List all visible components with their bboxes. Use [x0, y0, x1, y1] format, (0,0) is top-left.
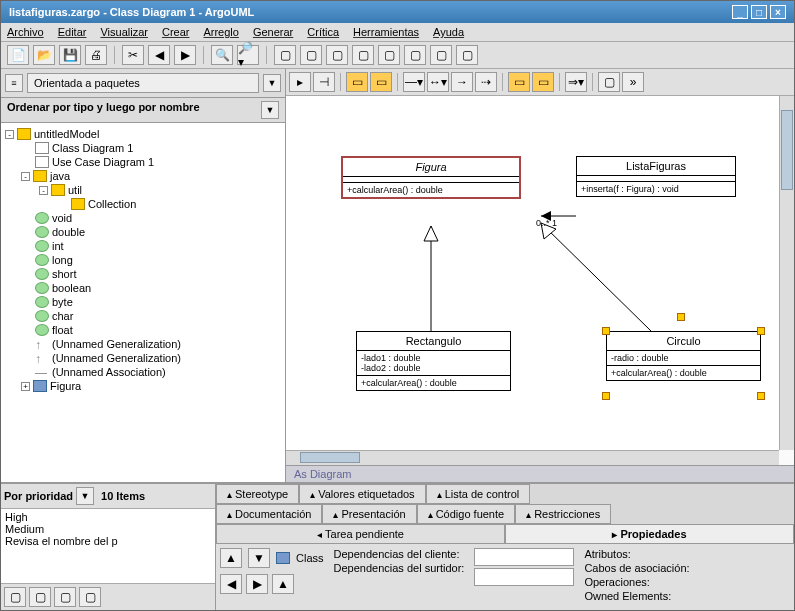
tree-item[interactable]: short: [3, 267, 283, 281]
save-button[interactable]: 💾: [59, 45, 81, 65]
props-nav-up[interactable]: ▲: [220, 548, 242, 568]
tab-properties[interactable]: ▸ Propiedades: [505, 524, 794, 544]
menu-generar[interactable]: Generar: [253, 26, 293, 38]
tab-tagged-values[interactable]: ▴ Valores etiquetados: [299, 484, 425, 504]
tree-item[interactable]: int: [3, 239, 283, 253]
todo-btn-a[interactable]: ▢: [4, 587, 26, 607]
tree-item[interactable]: long: [3, 253, 283, 267]
tree-item[interactable]: Class Diagram 1: [3, 141, 283, 155]
nav-fwd-button[interactable]: ▶: [174, 45, 196, 65]
tool-b[interactable]: ▢: [300, 45, 322, 65]
tree-toggle[interactable]: -: [5, 130, 14, 139]
tab-source[interactable]: ▴ Código fuente: [417, 504, 516, 524]
resize-handle[interactable]: [677, 313, 685, 321]
realize-tool[interactable]: ⇒▾: [565, 72, 587, 92]
perspective-dropdown[interactable]: ▼: [263, 74, 281, 92]
perspective-config-button[interactable]: ≡: [5, 74, 23, 92]
tool-g[interactable]: ▢: [430, 45, 452, 65]
sort-dropdown[interactable]: ▼: [261, 101, 279, 119]
menu-critica[interactable]: Crítica: [307, 26, 339, 38]
open-button[interactable]: 📂: [33, 45, 55, 65]
close-button[interactable]: ×: [770, 5, 786, 19]
menu-visualizar[interactable]: Visualizar: [100, 26, 148, 38]
nav-back-button[interactable]: ◀: [148, 45, 170, 65]
tree-item[interactable]: Use Case Diagram 1: [3, 155, 283, 169]
model-tree[interactable]: -untitledModel Class Diagram 1Use Case D…: [1, 123, 285, 482]
select-tool[interactable]: ▸: [289, 72, 311, 92]
tab-documentation[interactable]: ▴ Documentación: [216, 504, 322, 524]
cut-button[interactable]: ✂: [122, 45, 144, 65]
todo-item[interactable]: Medium: [5, 523, 211, 535]
tab-presentation[interactable]: ▴ Presentación: [322, 504, 416, 524]
interface-tool[interactable]: ▭: [508, 72, 530, 92]
menu-herramientas[interactable]: Herramientas: [353, 26, 419, 38]
props-go-back[interactable]: ◀: [220, 574, 242, 594]
vertical-scrollbar[interactable]: [779, 96, 794, 450]
perspective-select[interactable]: Orientada a paquetes: [27, 73, 259, 93]
todo-btn-d[interactable]: ▢: [79, 587, 101, 607]
menu-editar[interactable]: Editar: [58, 26, 87, 38]
todo-item[interactable]: High: [5, 511, 211, 523]
props-nav-down[interactable]: ▼: [248, 548, 270, 568]
maximize-button[interactable]: □: [751, 5, 767, 19]
tree-item[interactable]: void: [3, 211, 283, 225]
resize-handle[interactable]: [602, 327, 610, 335]
gen-tool[interactable]: →: [451, 72, 473, 92]
deps-supplier-field[interactable]: [474, 568, 574, 586]
tool-c[interactable]: ▢: [326, 45, 348, 65]
enum-tool[interactable]: ▭: [532, 72, 554, 92]
assoc2-tool[interactable]: ↔▾: [427, 72, 449, 92]
tree-item[interactable]: boolean: [3, 281, 283, 295]
tree-item[interactable]: +Figura: [3, 379, 283, 393]
tab-checklist[interactable]: ▴ Lista de control: [426, 484, 531, 504]
tool-h[interactable]: ▢: [456, 45, 478, 65]
props-go-fwd[interactable]: ▶: [246, 574, 268, 594]
horizontal-scrollbar[interactable]: [286, 450, 779, 465]
menu-arreglo[interactable]: Arreglo: [203, 26, 238, 38]
broom-tool[interactable]: ⊣: [313, 72, 335, 92]
diagram-tab[interactable]: As Diagram: [286, 465, 794, 482]
tool-e[interactable]: ▢: [378, 45, 400, 65]
zoom-button[interactable]: 🔎▾: [237, 45, 259, 65]
resize-handle[interactable]: [757, 327, 765, 335]
dep-tool[interactable]: ⇢: [475, 72, 497, 92]
more-tool[interactable]: »: [622, 72, 644, 92]
tree-toggle[interactable]: -: [21, 172, 30, 181]
todo-filter-dropdown[interactable]: ▼: [76, 487, 94, 505]
class-figura[interactable]: Figura +calcularArea() : double: [341, 156, 521, 199]
tree-item[interactable]: -util: [3, 183, 283, 197]
tree-root[interactable]: untitledModel: [34, 128, 99, 140]
menu-archivo[interactable]: Archivo: [7, 26, 44, 38]
find-button[interactable]: 🔍: [211, 45, 233, 65]
diagram-canvas[interactable]: Figura +calcularArea() : double ListaFig…: [286, 96, 779, 450]
tool-f[interactable]: ▢: [404, 45, 426, 65]
todo-btn-b[interactable]: ▢: [29, 587, 51, 607]
tree-item[interactable]: char: [3, 309, 283, 323]
class-tool[interactable]: ▭: [346, 72, 368, 92]
class-listafiguras[interactable]: ListaFiguras +inserta(f : Figura) : void: [576, 156, 736, 197]
class-rectangulo[interactable]: Rectangulo -lado1 : double -lado2 : doub…: [356, 331, 511, 391]
tree-item[interactable]: float: [3, 323, 283, 337]
minimize-button[interactable]: _: [732, 5, 748, 19]
sort-label[interactable]: Ordenar por tipo y luego por nombre: [7, 101, 200, 119]
class-circulo[interactable]: Circulo -radio : double +calcularArea() …: [606, 331, 761, 381]
tab-stereotype[interactable]: ▴ Stereotype: [216, 484, 299, 504]
todo-filter[interactable]: Por prioridad: [4, 490, 73, 502]
tab-constraints[interactable]: ▴ Restricciones: [515, 504, 611, 524]
tree-toggle[interactable]: +: [21, 382, 30, 391]
package-tool[interactable]: ▭: [370, 72, 392, 92]
tree-item[interactable]: double: [3, 225, 283, 239]
todo-btn-c[interactable]: ▢: [54, 587, 76, 607]
note-tool[interactable]: ▢: [598, 72, 620, 92]
tree-toggle[interactable]: -: [39, 186, 48, 195]
todo-list[interactable]: High Medium Revisa el nombre del p: [1, 509, 215, 583]
tool-d[interactable]: ▢: [352, 45, 374, 65]
assoc-tool[interactable]: —▾: [403, 72, 425, 92]
resize-handle[interactable]: [602, 392, 610, 400]
tree-item[interactable]: byte: [3, 295, 283, 309]
tree-item[interactable]: ↑(Unnamed Generalization): [3, 351, 283, 365]
menu-ayuda[interactable]: Ayuda: [433, 26, 464, 38]
tree-item[interactable]: ↑(Unnamed Generalization): [3, 337, 283, 351]
new-button[interactable]: 📄: [7, 45, 29, 65]
props-go-up[interactable]: ▲: [272, 574, 294, 594]
